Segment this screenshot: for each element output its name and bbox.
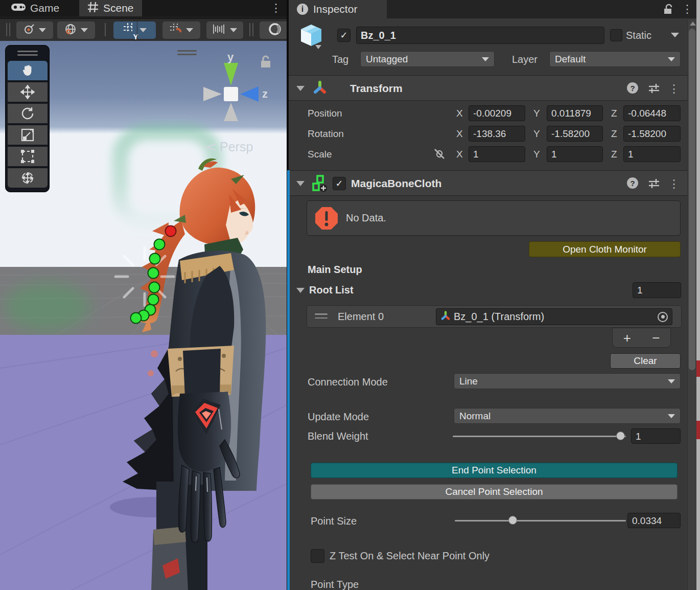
scene-tabbar: Game Scene ⋮: [0, 0, 287, 16]
position-y-field[interactable]: 0.011879: [547, 105, 603, 121]
expand-arrow-icon: [315, 45, 321, 49]
foldout-arrow-icon[interactable]: [296, 181, 305, 186]
point-size-field[interactable]: 0.0334: [627, 513, 681, 528]
rect-icon: [20, 149, 35, 164]
magica-enabled-checkbox[interactable]: ✓: [333, 177, 346, 190]
end-point-selection-button[interactable]: End Point Selection: [311, 463, 678, 478]
pivot-icon: [24, 24, 35, 37]
move-tool-button[interactable]: [8, 82, 48, 102]
position-label: Position: [308, 108, 342, 119]
static-dropdown-icon[interactable]: [671, 33, 679, 37]
element-0-object-field[interactable]: Bz_0_1 (Transform): [436, 308, 672, 325]
magica-body: No Data. Open Cloth Monitor Main Setup R…: [289, 196, 700, 590]
tab-inspector[interactable]: i Inspector: [289, 0, 387, 18]
scale-x-field[interactable]: 1: [469, 146, 525, 162]
rootlist-foldout-icon[interactable]: [296, 288, 305, 293]
help-icon[interactable]: ?: [627, 177, 638, 189]
palette-drag-handle[interactable]: [17, 51, 38, 52]
bottom-cone: [224, 103, 238, 121]
grid-visibility-button[interactable]: Y: [113, 21, 156, 39]
blend-weight-slider-handle[interactable]: [616, 432, 625, 440]
connection-mode-value: Line: [459, 376, 478, 387]
position-z-field[interactable]: -0.06448: [623, 105, 681, 121]
scale-tool-button[interactable]: [8, 125, 48, 145]
rotation-y-field[interactable]: -1.58200: [547, 126, 603, 142]
gizmo-y-label: y: [227, 51, 234, 64]
cancel-point-selection-button[interactable]: Cancel Point Selection: [311, 484, 678, 500]
gameobject-header: ✓ Bz_0_1 Static Tag Untagged Layer Defau…: [289, 18, 700, 75]
clear-button[interactable]: Clear: [610, 353, 681, 369]
y-axis-cone: [224, 63, 238, 85]
palette-drag-handle[interactable]: [17, 54, 38, 56]
update-mode-dropdown[interactable]: Normal: [454, 408, 681, 424]
scale-z-field[interactable]: 1: [623, 146, 681, 162]
snap-toggle-button[interactable]: [162, 21, 200, 39]
persp-toggle[interactable]: Persp: [203, 140, 253, 154]
position-x-field[interactable]: -0.00209: [469, 105, 525, 121]
layer-dropdown[interactable]: Default: [549, 51, 681, 67]
globe-icon: [64, 23, 77, 37]
axis-x-label: X: [456, 108, 463, 119]
object-picker-icon[interactable]: [658, 312, 668, 322]
scale-y-field[interactable]: 1: [547, 146, 603, 162]
crescent-icon: [268, 22, 282, 38]
tab-game[interactable]: Game: [3, 0, 67, 16]
hand-tool-button[interactable]: [8, 61, 48, 80]
increment-snap-button[interactable]: [206, 21, 243, 39]
connection-mode-dropdown[interactable]: Line: [454, 373, 681, 389]
link-constrain-icon[interactable]: [433, 147, 446, 163]
left-cone: [203, 87, 222, 101]
inspector-menu-icon[interactable]: ⋮: [680, 1, 695, 17]
presets-icon[interactable]: [648, 82, 660, 97]
tag-dropdown[interactable]: Untagged: [360, 51, 495, 67]
point-size-slider-handle[interactable]: [508, 516, 517, 525]
axis-z-label: Z: [611, 149, 617, 160]
open-cloth-monitor-button[interactable]: Open Cloth Monitor: [529, 241, 681, 257]
axis-z-label: Z: [611, 128, 617, 140]
inspector-scrollbar[interactable]: [687, 19, 696, 590]
scene-viewport[interactable]: y z Persp: [0, 41, 287, 590]
rect-tool-button[interactable]: [8, 147, 48, 166]
tool-settings-button[interactable]: [16, 21, 53, 39]
gameobject-name-field[interactable]: Bz_0_1: [356, 27, 604, 44]
z-axis-cone: [240, 86, 259, 102]
orientation-gizmo[interactable]: y z: [197, 54, 278, 143]
static-checkbox[interactable]: [610, 29, 622, 41]
scene-menu-icon[interactable]: ⋮: [268, 0, 284, 16]
transform-menu-icon[interactable]: ⋮: [668, 81, 680, 97]
foldout-arrow-icon[interactable]: [296, 86, 305, 91]
tag-value: Untagged: [366, 54, 408, 65]
z-test-label: Z Test On & Select Near Point Only: [330, 550, 489, 562]
tab-scene[interactable]: Scene: [79, 0, 142, 16]
add-element-button[interactable]: +: [623, 329, 631, 347]
z-test-checkbox[interactable]: [311, 549, 324, 563]
scroll-up-icon[interactable]: [690, 21, 696, 26]
magica-title: MagicaBoneCloth: [351, 177, 441, 190]
remove-element-button[interactable]: −: [652, 329, 660, 347]
root-list-count-field[interactable]: 1: [633, 282, 681, 298]
blend-weight-slider[interactable]: [453, 436, 626, 437]
rotation-z-field[interactable]: -1.58200: [623, 126, 681, 142]
gameobject-active-checkbox[interactable]: ✓: [337, 29, 351, 42]
transform-header[interactable]: Transform ? ⋮: [289, 75, 700, 101]
scrollbar-thumb[interactable]: [689, 29, 695, 370]
transform-tool-button[interactable]: [8, 168, 48, 188]
transform-body: Position X -0.00209 Y 0.011879 Z -0.0644…: [289, 101, 700, 170]
drag-handle-icon[interactable]: [315, 313, 328, 319]
magica-header[interactable]: ✓ MagicaBoneCloth ? ⋮: [289, 170, 700, 196]
lock-icon[interactable]: [663, 4, 673, 17]
toolbar-separator: [105, 23, 106, 36]
rotation-x-field[interactable]: -138.36: [469, 126, 525, 142]
presets-icon[interactable]: [648, 177, 660, 192]
globe-mode-button[interactable]: [57, 21, 95, 39]
magica-menu-icon[interactable]: ⋮: [668, 176, 680, 192]
rotate-tool-button[interactable]: [8, 104, 48, 123]
transform-icon: [20, 171, 35, 185]
edge-marker: [696, 360, 700, 377]
button-split: [137, 21, 137, 39]
help-icon[interactable]: ?: [627, 82, 638, 94]
camera-view-button[interactable]: [260, 21, 290, 39]
point-size-slider[interactable]: [455, 520, 626, 521]
overlay-drag-handle[interactable]: [177, 50, 197, 55]
blend-weight-field[interactable]: 1: [631, 428, 681, 444]
